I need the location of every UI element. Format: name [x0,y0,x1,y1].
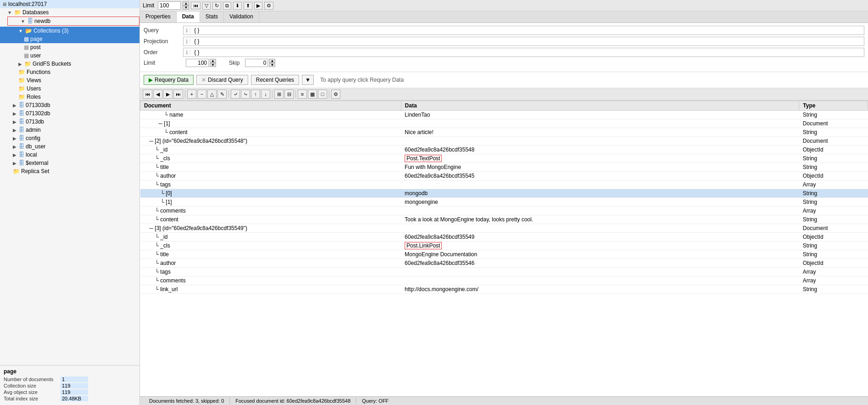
doc-cell: └ title [140,163,401,172]
replica-set-node[interactable]: 📁 Replica Set [0,167,139,175]
recent-dropdown-btn[interactable]: ▼ [302,75,314,85]
limit-value-input[interactable] [186,59,209,67]
collection-user[interactable]: ▦ user [0,51,139,60]
table-row[interactable]: └ author60ed2fea9c8a426bcdf35545ObjectId [140,172,868,180]
dt-remove-btn[interactable]: − [197,90,206,99]
db-local[interactable]: ▶ 🗄 local [0,151,139,159]
dt-move-down-btn[interactable]: ↓ [261,90,270,99]
order-input-box[interactable]: 1 { } [183,48,864,57]
db-db_user[interactable]: ▶ 🗄 db_user [0,142,139,151]
copy-btn[interactable]: ⧉ [223,2,231,10]
data-table-container[interactable]: Document Data Type └ nameLindenTaoString… [140,101,868,396]
table-row[interactable]: └ titleMongoEngine DocumentationString [140,250,868,259]
dt-tree-btn[interactable]: ≡ [298,90,307,99]
dt-first-btn[interactable]: ⏮ [143,90,152,99]
limit-val-down[interactable]: ▼ [210,63,216,67]
table-row[interactable]: └ _clsPost.TextPostString [140,154,868,163]
type-cell: ObjectId [799,172,868,180]
table-row[interactable]: └ contentNice article!String [140,128,868,137]
table-row[interactable]: ─ [2] (id="60ed2fea9c8a426bcdf35548")Doc… [140,137,868,146]
db-071302db[interactable]: ▶ 🗄 071302db [0,109,139,118]
dt-card-btn[interactable]: □ [318,90,327,99]
newdb-node[interactable]: ▼ 🗄 newdb [7,17,139,26]
table-row[interactable]: └ tagsArray [140,180,868,189]
skip-val-up[interactable]: ▲ [269,59,275,63]
users-node[interactable]: 📁 Users [0,84,139,93]
table-row[interactable]: └ _id60ed2fea9c8a426bcdf35548ObjectId [140,146,868,154]
functions-node[interactable]: 📁 Functions [0,68,139,76]
db-db_user-arrow: ▶ [13,144,17,149]
dt-prev-btn[interactable]: ◀ [153,90,162,99]
filter-btn[interactable]: ▽ [202,2,211,10]
roles-node[interactable]: 📁 Roles [0,93,139,101]
tab-properties[interactable]: Properties [140,11,177,22]
table-row[interactable]: └ nameLindenTaoString [140,111,868,119]
server-icon: 🖥 [2,1,7,7]
gridfs-node[interactable]: ▶ 📁 GridFS Buckets [0,60,139,68]
table-row[interactable]: ─ [1]Document [140,119,868,128]
dt-next-btn[interactable]: ▶ [163,90,172,99]
table-row[interactable]: └ [1]mongoengineString [140,198,868,207]
export-btn[interactable]: ⬇ [233,2,242,10]
settings-btn[interactable]: ⚙ [264,2,273,10]
dt-split-btn[interactable]: ⊞ [274,90,284,99]
table-row[interactable]: └ contentTook a look at MongoEngine toda… [140,215,868,224]
recent-queries-button[interactable]: Recent Queries [251,75,299,85]
data-cell: LindenTao [401,111,799,119]
views-label: Views [27,77,41,84]
query-input-box[interactable]: 1 { } [183,26,864,35]
db-external[interactable]: ▶ 🗄 $external [0,159,139,167]
server-node[interactable]: 🖥 localhost:27017 [0,0,139,8]
dt-move-up-btn[interactable]: ↑ [251,90,260,99]
dt-last-btn[interactable]: ⏭ [173,90,183,99]
type-cell: String [799,154,868,163]
databases-node[interactable]: ▼ 📁 Databases [0,8,139,17]
type-cell: String [799,285,868,294]
limit-down-btn[interactable]: ▼ [183,6,189,10]
dt-table-btn[interactable]: ▦ [308,90,317,99]
db-0713db[interactable]: ▶ 🗄 0713db [0,118,139,126]
skip-val-down[interactable]: ▼ [269,63,275,67]
table-row[interactable]: └ tagsArray [140,268,868,276]
nav-first-btn[interactable]: ⏮ [191,2,200,9]
collection-post[interactable]: ▦ post [0,43,139,51]
dt-settings2-btn[interactable]: ⚙ [331,90,340,99]
dt-insert-before-btn[interactable]: ⤶ [231,90,240,99]
tab-stats[interactable]: Stats [200,11,224,22]
table-row[interactable]: └ [0]mongodbString [140,189,868,198]
db-admin[interactable]: ▶ 🗄 admin [0,126,139,134]
dt-add-btn[interactable]: + [187,90,196,99]
table-row[interactable]: └ _id60ed2fea9c8a426bcdf35549ObjectId [140,233,868,242]
dt-merge-btn[interactable]: ⊟ [284,90,294,99]
limit-val-up[interactable]: ▲ [210,59,216,63]
type-cell: String [799,163,868,172]
views-node[interactable]: 📁 Views [0,76,139,84]
table-row[interactable]: └ link_urlhttp://docs.mongoengine.com/St… [140,285,868,294]
import-btn[interactable]: ⬆ [244,2,252,10]
table-row[interactable]: └ titleFun with MongoEngineString [140,163,868,172]
db-config[interactable]: ▶ 🗄 config [0,134,139,142]
table-row[interactable]: └ _clsPost.LinkPostString [140,242,868,250]
collections-node[interactable]: ▼ 📂 Collections (3) [0,27,139,35]
tab-data[interactable]: Data [177,11,200,22]
table-row[interactable]: └ commentsArray [140,207,868,215]
table-row[interactable]: └ commentsArray [140,276,868,285]
db-071303db[interactable]: ▶ 🗄 071303db [0,101,139,109]
data-cell: mongoengine [401,198,799,207]
limit-input[interactable] [158,1,181,10]
skip-value-input[interactable] [245,59,268,67]
dt-insert-after-btn[interactable]: ⤷ [241,90,250,99]
limit-up-btn[interactable]: ▲ [183,1,189,6]
projection-input-box[interactable]: 1 { } [183,37,864,46]
refresh-btn[interactable]: ↻ [212,2,221,10]
dt-edit-btn[interactable]: ✎ [217,90,227,99]
table-row[interactable]: └ author60ed2fea9c8a426bcdf35546ObjectId [140,259,868,268]
dt-duplicate-btn[interactable]: △ [207,90,217,99]
play-btn[interactable]: ▶ [254,2,262,10]
discard-button[interactable]: ✕ Discard Query [196,75,248,85]
requery-button[interactable]: ▶ Requery Data [144,75,194,85]
table-row[interactable]: ─ [3] (id="60ed2fea9c8a426bcdf35549")Doc… [140,224,868,233]
collection-page[interactable]: ▦ page [0,35,139,43]
tab-validation[interactable]: Validation [224,11,259,22]
expand-arrow: ▼ [7,10,12,15]
